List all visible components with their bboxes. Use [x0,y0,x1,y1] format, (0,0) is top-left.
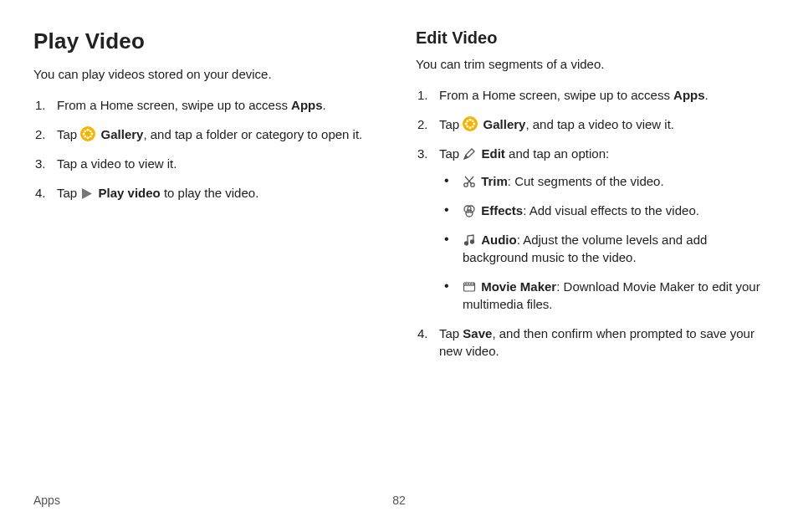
svg-point-26 [465,242,468,245]
lead-play-video: You can play videos stored on your devic… [33,66,382,83]
text: Tap [57,186,80,200]
svg-point-3 [83,133,85,136]
svg-point-18 [472,125,474,128]
bold-gallery: Gallery [101,127,144,141]
edit-pencil-icon [463,147,476,161]
step-4: Tap Play video to play the video. [33,184,382,202]
bold-trim: Trim [481,174,508,188]
bold-effects: Effects [481,203,523,217]
svg-point-13 [465,123,468,125]
step-3: Tap Edit and tap an option: Trim: Cut se… [416,145,765,313]
effects-icon [463,204,476,217]
text: , and tap a folder or category to open i… [143,127,362,141]
text: : Add visual effects to the video. [523,203,699,217]
steps-play-video: From a Home screen, swipe up to access A… [33,96,382,202]
steps-edit-video: From a Home screen, swipe up to access A… [416,86,765,360]
bold-save: Save [463,326,492,340]
gallery-icon [463,116,478,131]
text: Tap [439,146,463,161]
heading-play-video: Play Video [33,28,382,54]
bold-movie-maker: Movie Maker [481,279,556,294]
text: and tap an option: [505,146,609,161]
text: Tap [439,326,463,340]
step-4: Tap Save, and then confirm when prompted… [416,325,765,360]
text: Tap [57,127,80,141]
svg-point-14 [473,123,476,125]
svg-point-27 [471,240,474,243]
svg-point-17 [467,125,469,128]
option-effects: Effects: Add visual effects to the video… [439,202,765,219]
play-icon [80,187,93,200]
svg-point-4 [91,133,94,136]
svg-point-1 [87,129,90,131]
text: : Cut segments of the video. [508,174,664,188]
svg-point-15 [467,120,469,123]
bold-play-video: Play video [99,186,161,200]
step-3: Tap a video to view it. [33,155,382,172]
svg-point-25 [466,210,473,217]
edit-options: Trim: Cut segments of the video. Effects… [439,172,765,313]
text: , and tap a video to view it. [525,117,674,131]
footer-page-number: 82 [392,494,406,507]
audio-note-icon [463,233,476,247]
svg-point-11 [469,119,472,121]
text: Tap a video to view it. [57,156,176,171]
text: From a Home screen, swipe up to access [57,98,291,112]
step-2: Tap Gallery, and tap a video to view it. [416,115,765,133]
movie-maker-icon [463,280,476,294]
text: to play the video. [161,186,259,200]
bold-audio: Audio [481,233,517,247]
trim-scissors-icon [463,175,476,188]
svg-point-0 [80,126,95,141]
svg-point-2 [87,137,90,140]
text: . [705,88,708,102]
text: Tap [439,117,463,131]
step-1: From a Home screen, swipe up to access A… [33,96,382,114]
step-1: From a Home screen, swipe up to access A… [416,86,765,104]
bold-apps: Apps [673,88,705,102]
option-movie-maker: Movie Maker: Download Movie Maker to edi… [439,278,765,313]
text: . [323,98,326,112]
svg-point-12 [469,127,472,130]
svg-point-6 [90,130,92,133]
footer-section: Apps [33,494,60,507]
page-body: Play Video You can play videos stored on… [0,0,798,371]
bold-edit: Edit [482,146,505,161]
bold-gallery: Gallery [483,117,526,131]
left-column: Play Video You can play videos stored on… [33,28,382,371]
svg-point-7 [84,136,87,138]
bold-apps: Apps [291,98,323,112]
svg-point-8 [90,136,92,138]
gallery-icon [80,126,95,141]
svg-point-5 [84,130,87,133]
svg-point-16 [472,120,474,123]
svg-marker-9 [82,188,92,199]
option-trim: Trim: Cut segments of the video. [439,172,765,190]
step-2: Tap Gallery, and tap a folder or categor… [33,125,382,143]
page-footer: Apps 82 [33,494,765,507]
lead-edit-video: You can trim segments of a video. [416,56,765,73]
heading-edit-video: Edit Video [416,28,765,48]
text: From a Home screen, swipe up to access [439,88,673,102]
right-column: Edit Video You can trim segments of a vi… [416,28,765,371]
option-audio: Audio: Adjust the volume levels and add … [439,231,765,266]
